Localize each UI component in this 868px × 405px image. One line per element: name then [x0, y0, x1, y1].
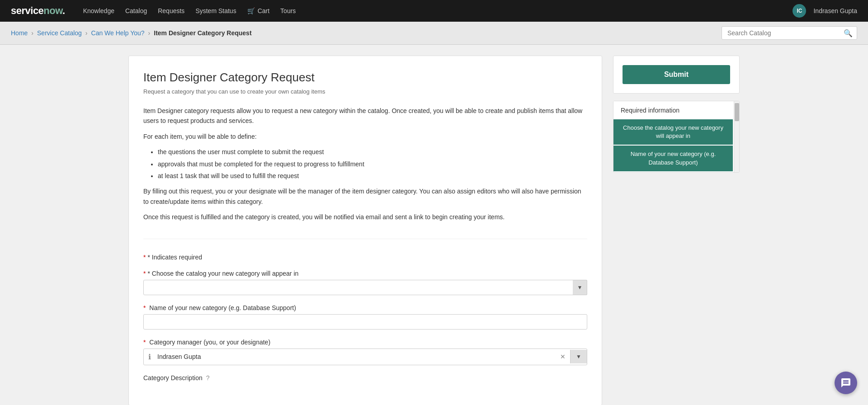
category-name-group: * Name of your new category (e.g. Databa…: [143, 304, 587, 330]
navbar-links: Knowledge Catalog Requests System Status…: [83, 7, 296, 14]
breadcrumb-sep-1: ›: [31, 29, 33, 37]
desc-p4: Once this request is fulfilled and the c…: [143, 212, 587, 222]
sidebar: Submit Required information Choose the c…: [613, 56, 740, 405]
desc-bullet-3: at least 1 task that will be used to ful…: [158, 171, 587, 181]
manager-value: Indrasen Gupta: [156, 349, 556, 364]
form-section: ** Indicates required ** Choose the cata…: [143, 250, 587, 381]
breadcrumb-sep-2: ›: [85, 29, 88, 37]
nav-system-status[interactable]: System Status: [195, 7, 236, 14]
required-info-item-2[interactable]: Name of your new category (e.g. Database…: [613, 146, 733, 171]
sidebar-scrollbar[interactable]: [734, 101, 739, 172]
category-name-input[interactable]: [143, 314, 587, 330]
search-container: 🔍: [722, 26, 857, 40]
submit-box: Submit: [613, 56, 740, 94]
navbar: servicenow. Knowledge Catalog Requests S…: [0, 0, 868, 22]
desc-p1: Item Designer category requests allow yo…: [143, 106, 587, 126]
submit-button[interactable]: Submit: [623, 65, 730, 84]
required-info-title: Required information: [613, 101, 733, 119]
manager-label: * Category manager (you, or your designa…: [143, 339, 587, 346]
page-layout: Item Designer Category Request Request a…: [118, 45, 750, 405]
required-info-content: Required information Choose the catalog …: [613, 101, 739, 171]
breadcrumb-current: Item Designer Category Request: [154, 29, 251, 37]
nav-requests[interactable]: Requests: [158, 7, 184, 14]
username-label: Indrasen Gupta: [813, 7, 857, 14]
category-name-label: * Name of your new category (e.g. Databa…: [143, 304, 587, 311]
breadcrumb-sep-3: ›: [148, 29, 151, 37]
chat-icon: [840, 377, 851, 388]
navbar-right: IC Indrasen Gupta: [793, 4, 857, 18]
cat-name-req-marker: *: [143, 304, 146, 311]
manager-dropdown-button[interactable]: ▼: [570, 350, 587, 363]
desc-bullet-2: approvals that must be completed for the…: [158, 159, 587, 169]
desc-bullets: the questions the user must complete to …: [158, 147, 587, 181]
catalog-req-marker: *: [143, 270, 146, 277]
search-icon: 🔍: [844, 29, 853, 38]
catalog-label: ** Choose the catalog your new category …: [143, 270, 587, 277]
breadcrumb-service-catalog[interactable]: Service Catalog: [37, 29, 82, 37]
description-section: Item Designer category requests allow yo…: [143, 106, 587, 239]
chat-bubble[interactable]: [835, 372, 857, 394]
breadcrumb-home[interactable]: Home: [11, 29, 28, 37]
catalog-field-group: ** Choose the catalog your new category …: [143, 270, 587, 295]
page-subtitle: Request a category that you can use to c…: [143, 88, 587, 95]
manager-group: * Category manager (you, or your designa…: [143, 339, 587, 365]
manager-req-marker: *: [143, 339, 146, 346]
desc-p3: By filling out this request, you or your…: [143, 186, 587, 207]
logo-text: servicenow.: [11, 5, 65, 17]
manager-field: ℹ Indrasen Gupta ✕ ▼: [143, 348, 587, 365]
avatar[interactable]: IC: [793, 4, 806, 18]
search-input[interactable]: [722, 26, 857, 40]
nav-tours[interactable]: Tours: [280, 7, 296, 14]
nav-knowledge[interactable]: Knowledge: [83, 7, 114, 14]
nav-cart[interactable]: 🛒 Cart: [247, 7, 269, 14]
breadcrumb-bar: Home › Service Catalog › Can We Help You…: [0, 22, 868, 45]
required-note: ** Indicates required: [143, 254, 587, 261]
main-content: Item Designer Category Request Request a…: [128, 56, 602, 405]
nav-catalog[interactable]: Catalog: [125, 7, 147, 14]
manager-clear-button[interactable]: ✕: [556, 349, 570, 364]
desc-p2: For each item, you will be able to defin…: [143, 132, 587, 141]
manager-info-icon: ℹ: [144, 349, 156, 365]
description-info-icon: ?: [206, 374, 210, 381]
desc-bullet-1: the questions the user must complete to …: [158, 147, 587, 157]
cart-icon: 🛒: [247, 7, 255, 14]
category-desc-group: Category Description ?: [143, 374, 587, 381]
cart-label: Cart: [258, 7, 269, 14]
required-info-box: Required information Choose the catalog …: [613, 101, 740, 173]
scrollbar-thumb: [735, 103, 739, 121]
required-asterisk: *: [143, 254, 146, 261]
brand-logo[interactable]: servicenow.: [11, 5, 65, 17]
category-desc-label: Category Description ?: [143, 374, 587, 381]
breadcrumb-can-we-help[interactable]: Can We Help You?: [91, 29, 145, 37]
catalog-select-wrapper: ▼: [143, 280, 587, 295]
required-info-item-1[interactable]: Choose the catalog your new category wil…: [613, 119, 733, 145]
page-title: Item Designer Category Request: [143, 71, 587, 85]
catalog-select[interactable]: [143, 280, 587, 295]
